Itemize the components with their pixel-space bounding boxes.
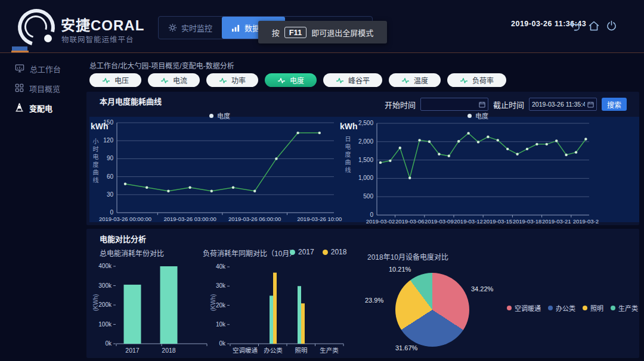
nav-label: 实时监控 xyxy=(181,22,212,33)
pulse-icon xyxy=(336,77,344,84)
sidebar-item-label: 变配电 xyxy=(29,102,52,114)
svg-text:150: 150 xyxy=(103,119,113,126)
tab-label: 电压 xyxy=(114,75,129,85)
calendar-icon xyxy=(587,101,594,108)
power-distribution-icon xyxy=(15,102,24,114)
pie-chart-title: 2018年10月设备电度对比 xyxy=(367,251,448,262)
tab-电流[interactable]: 电流 xyxy=(148,73,200,87)
svg-text:10k: 10k xyxy=(216,321,226,328)
nav-realtime-monitor[interactable]: 实时监控 xyxy=(159,17,222,39)
legend-item-空调暖通[interactable]: 空调暖通 xyxy=(507,303,541,313)
sidebar-item-workbench[interactable]: 总工作台 xyxy=(0,59,86,79)
svg-text:2,000: 2,000 xyxy=(358,138,373,145)
hourly-energy-line-chart: 03060901201502019-03-26 00:00:002019-03-… xyxy=(89,117,353,228)
toast-text: 按 xyxy=(272,27,280,38)
legend-item-2017[interactable]: 2017 xyxy=(290,248,314,256)
svg-text:20k: 20k xyxy=(216,302,226,309)
pulse-icon xyxy=(460,77,468,84)
year-bar-title: 总电能消耗年份对比 xyxy=(100,248,164,258)
monthly-load-bar-chart: 0k10k20k30k40k空调暖通办公类照明生产类 xyxy=(209,261,355,361)
sidebar-item-power-distribution[interactable]: 变配电 xyxy=(0,98,86,118)
pie-slice-label: 34.22% xyxy=(471,285,493,292)
tab-label: 负荷率 xyxy=(472,75,494,85)
start-time-input-wrap xyxy=(420,98,488,111)
tab-电压[interactable]: 电压 xyxy=(89,73,141,87)
tab-功率[interactable]: 功率 xyxy=(206,73,258,87)
pulse-icon xyxy=(219,77,227,84)
svg-text:2019-03-2: 2019-03-2 xyxy=(573,218,599,225)
daily-energy-line-chart: 05001,0001,5002,0002,5002019-03-022019-0… xyxy=(355,117,640,228)
legend-item-2018[interactable]: 2018 xyxy=(323,248,347,256)
svg-text:120: 120 xyxy=(103,137,113,144)
sidebar-item-label: 总工作台 xyxy=(30,63,61,74)
back-icon[interactable] xyxy=(568,20,581,34)
bar-chart-icon xyxy=(231,24,240,32)
start-time-input[interactable] xyxy=(421,101,479,108)
svg-text:60: 60 xyxy=(107,173,114,180)
calendar-icon xyxy=(479,101,485,108)
svg-text:400k: 400k xyxy=(98,263,112,269)
svg-text:2019-03-26 06:00:00: 2019-03-26 06:00:00 xyxy=(228,216,281,222)
app-title: 安捷CORAL xyxy=(61,14,144,35)
svg-text:2019-03-21: 2019-03-21 xyxy=(542,218,571,225)
svg-text:2019-03-02: 2019-03-02 xyxy=(366,218,395,225)
svg-text:30: 30 xyxy=(107,191,114,198)
legend-item-照明[interactable]: 照明 xyxy=(583,303,603,313)
legend-item-生产类[interactable]: 生产类 xyxy=(611,303,638,313)
legend-dot-icon xyxy=(583,306,587,310)
header-divider xyxy=(0,52,644,53)
pulse-icon xyxy=(102,77,110,84)
start-time-label: 开始时间 xyxy=(385,99,416,110)
legend-label: 照明 xyxy=(590,303,603,313)
toast-text: 即可退出全屏模式 xyxy=(311,27,373,38)
svg-text:300k: 300k xyxy=(98,282,112,289)
svg-text:200k: 200k xyxy=(98,301,112,308)
svg-text:2019-03-26 10:00: 2019-03-26 10:00 xyxy=(297,216,342,222)
svg-text:2019-03-26 00:00:00: 2019-03-26 00:00:00 xyxy=(99,216,151,222)
home-icon[interactable] xyxy=(588,20,600,34)
sidebar-item-projects[interactable]: 项目概览 xyxy=(0,79,86,98)
svg-text:0k: 0k xyxy=(219,340,226,347)
active-page-marker xyxy=(12,46,27,51)
svg-text:40k: 40k xyxy=(216,263,226,270)
svg-text:2019-03-18: 2019-03-18 xyxy=(513,218,542,225)
svg-text:2,500: 2,500 xyxy=(358,120,373,126)
tab-电度[interactable]: 电度 xyxy=(265,73,317,87)
svg-text:0: 0 xyxy=(110,209,113,216)
legend-label: 空调暖通 xyxy=(515,303,541,313)
tab-label: 电度 xyxy=(290,75,304,85)
svg-text:30k: 30k xyxy=(216,282,226,289)
legend-item-办公类[interactable]: 办公类 xyxy=(548,303,575,313)
tab-温度[interactable]: 温度 xyxy=(389,73,441,87)
tab-label: 峰谷平 xyxy=(348,75,370,85)
legend-label: 2018 xyxy=(331,248,347,256)
end-time-input-wrap xyxy=(529,98,597,111)
f11-key-badge: F11 xyxy=(284,27,307,38)
month-bar-title: 负荷消耗年同期对比（10月） xyxy=(203,248,296,258)
svg-text:空调暖通: 空调暖通 xyxy=(233,347,258,354)
tab-峰谷平[interactable]: 峰谷平 xyxy=(323,73,382,87)
pulse-icon xyxy=(160,77,169,84)
projects-icon xyxy=(15,83,24,94)
top-bar: 安捷CORAL 物联网智能运维平台 实时监控 数据分析 xyxy=(0,0,644,52)
fullscreen-exit-toast: 按 F11 即可退出全屏模式 xyxy=(258,21,387,43)
search-button[interactable]: 搜索 xyxy=(602,98,627,111)
daily-axis-name: 日电度曲线 xyxy=(343,136,352,175)
svg-text:2017: 2017 xyxy=(125,347,140,354)
legend-label: 生产类 xyxy=(618,303,638,313)
svg-text:100k: 100k xyxy=(98,321,112,328)
comparison-section-title: 电能对比分析 xyxy=(100,233,146,244)
svg-text:1,000: 1,000 xyxy=(358,175,373,181)
breadcrumb: 总工作台/北大勺园-项目概览/变配电-数据分析 xyxy=(89,60,234,70)
month-bar-legend: 20172018 xyxy=(290,248,346,256)
hourly-chart-title: 本月电度能耗曲线 xyxy=(100,95,162,107)
logo-dot-icon xyxy=(44,35,52,42)
tab-负荷率[interactable]: 负荷率 xyxy=(447,73,506,87)
power-icon[interactable] xyxy=(606,20,617,34)
pulse-icon xyxy=(401,77,410,84)
metric-tabs: 电压电流功率电度峰谷平温度负荷率 xyxy=(89,73,506,87)
pie-slice-label: 31.67% xyxy=(395,344,417,351)
yearly-energy-bar-chart: 0k100k200k300k400k20172018 xyxy=(92,261,215,361)
legend-dot-icon xyxy=(290,250,295,255)
end-time-input[interactable] xyxy=(530,101,587,108)
